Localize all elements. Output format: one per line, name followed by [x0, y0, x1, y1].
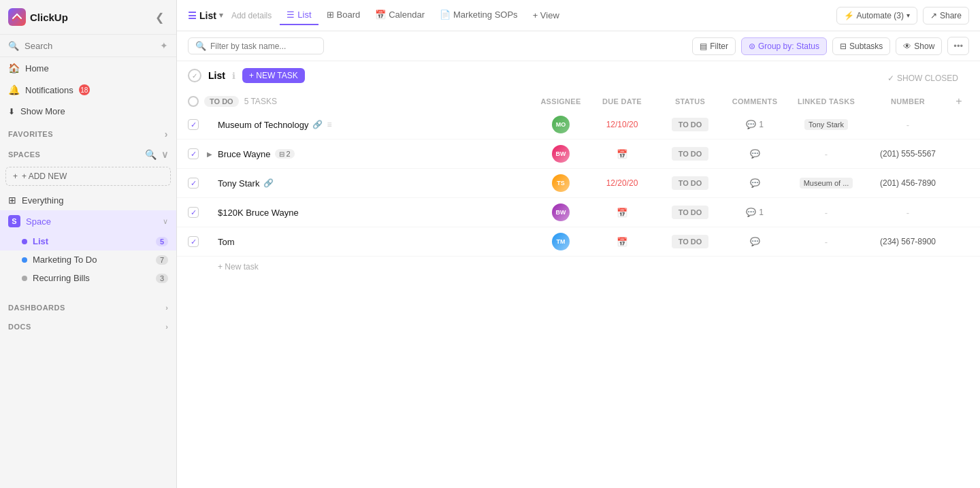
- avatar-2: BW: [552, 145, 570, 163]
- automate-button[interactable]: ⚡ Automate (3) ▾: [836, 7, 917, 25]
- sidebar-item-show-more[interactable]: ⬇ Show More: [0, 101, 176, 122]
- col-add[interactable]: +: [949, 95, 969, 108]
- notification-badge: 18: [79, 84, 90, 95]
- group-check-circle[interactable]: [188, 96, 199, 107]
- marketing-tab-icon: 📄: [440, 10, 451, 20]
- new-task-button[interactable]: + NEW TASK: [242, 68, 305, 83]
- comments-4: 💬 1: [724, 208, 785, 217]
- sidebar-item-space[interactable]: S Space ∨: [0, 210, 176, 232]
- comments-5: 💬: [724, 237, 785, 246]
- task-expand-2[interactable]: ▶: [204, 148, 215, 159]
- show-button[interactable]: 👁 Show: [896, 37, 942, 55]
- page-title: List: [199, 10, 216, 21]
- table-row[interactable]: ✓ $120K Bruce Wayne BW 📅 TO DO 💬 1: [177, 198, 980, 227]
- task-checkbox-1[interactable]: ✓: [188, 119, 199, 130]
- sidebar-item-marketing-todo[interactable]: Marketing To Do 7: [0, 250, 176, 269]
- task-checkbox-4[interactable]: ✓: [188, 207, 199, 218]
- new-task-inline[interactable]: + New task: [177, 257, 980, 277]
- task-expand-3[interactable]: [204, 178, 215, 189]
- status-4[interactable]: TO DO: [656, 206, 724, 219]
- nav-left: ☰ List ▾ Add details ☰ List ⊞ Board 📅 Ca…: [188, 5, 834, 25]
- filter-search-icon: 🔍: [195, 41, 206, 51]
- sidebar-item-everything[interactable]: ⊞ Everything: [0, 190, 176, 210]
- tab-calendar[interactable]: 📅 Calendar: [368, 5, 431, 25]
- group-by-button[interactable]: ⊜ Group by: Status: [741, 37, 827, 55]
- spaces-section-header: SPACES 🔍 ∨: [0, 142, 176, 163]
- status-3[interactable]: TO DO: [656, 176, 724, 190]
- collapse-sidebar-button[interactable]: ❮: [151, 10, 168, 25]
- list-info-icon: ℹ: [232, 71, 235, 81]
- filter-input-area[interactable]: 🔍: [188, 37, 324, 54]
- task-checkbox-3[interactable]: ✓: [188, 178, 199, 189]
- link-icon-3[interactable]: 🔗: [263, 178, 274, 188]
- comment-icon-5: 💬: [750, 237, 760, 246]
- sidebar-item-recurring-bills[interactable]: Recurring Bills 3: [0, 269, 176, 287]
- add-new-button[interactable]: + + ADD NEW: [5, 167, 171, 186]
- check-icon: ✓: [887, 74, 894, 83]
- task-checkbox-2[interactable]: ✓: [188, 148, 199, 159]
- task-name-4: $120K Bruce Wayne: [218, 208, 534, 218]
- tab-marketing-sops[interactable]: 📄 Marketing SOPs: [433, 5, 525, 25]
- menu-icon-1[interactable]: ≡: [327, 120, 331, 129]
- task-expand-1[interactable]: [204, 119, 215, 130]
- list-tab-icon: ☰: [287, 10, 295, 20]
- favorites-section-header: FAVORITES ›: [0, 122, 176, 142]
- sidebar-item-home[interactable]: 🏠 Home: [0, 57, 176, 79]
- filter-icon: ▤: [700, 42, 707, 51]
- search-input[interactable]: [24, 41, 154, 51]
- task-checkbox-5[interactable]: ✓: [188, 236, 199, 247]
- assignee-2: BW: [534, 145, 588, 163]
- share-button[interactable]: ↗ Share: [923, 7, 969, 25]
- status-2[interactable]: TO DO: [656, 147, 724, 161]
- linked-task-3: Museum of ...: [785, 178, 867, 189]
- filter-task-input[interactable]: [210, 42, 312, 51]
- recurring-bills-count: 3: [156, 274, 168, 283]
- task-expand-5[interactable]: [204, 236, 215, 247]
- docs-section[interactable]: DOCS ›: [0, 317, 176, 336]
- calendar-tab-icon: 📅: [375, 10, 386, 20]
- avatar-1: MO: [552, 116, 570, 133]
- due-date-2: 📅: [588, 149, 656, 159]
- subtasks-button[interactable]: ⊟ Subtasks: [832, 37, 890, 55]
- link-icon-1[interactable]: 🔗: [312, 120, 323, 129]
- marketing-todo-count: 7: [156, 255, 168, 265]
- toolbar: 🔍 ▤ Filter ⊜ Group by: Status ⊟ Subtasks…: [177, 31, 980, 61]
- number-3: (201) 456-7890: [867, 178, 949, 188]
- board-tab-icon: ⊞: [327, 10, 334, 20]
- status-1[interactable]: TO DO: [656, 118, 724, 131]
- chevron-down-icon: ∨: [163, 217, 168, 226]
- tab-list[interactable]: ☰ List: [280, 5, 318, 25]
- list-icon-nav: ☰: [188, 10, 197, 21]
- dashboards-chevron-icon: ›: [165, 304, 168, 312]
- task-expand-4[interactable]: [204, 207, 215, 218]
- filter-button[interactable]: ▤ Filter: [692, 37, 736, 55]
- share-icon: ↗: [930, 11, 937, 20]
- automate-icon: ⚡: [844, 11, 854, 20]
- table-row[interactable]: ✓ Museum of Technology 🔗 ≡ MO 12/10/20 T…: [177, 110, 980, 140]
- tab-board[interactable]: ⊞ Board: [320, 5, 368, 25]
- add-view-button[interactable]: + View: [526, 6, 566, 25]
- add-details-link[interactable]: Add details: [231, 11, 272, 20]
- table-row[interactable]: ✓ ▶ Bruce Wayne ⊟ 2 BW 📅 TO DO 💬: [177, 140, 980, 169]
- list-count: 5: [156, 237, 168, 246]
- table-row[interactable]: ✓ Tony Stark 🔗 TS 12/20/20 TO DO 💬: [177, 169, 980, 198]
- dashboards-section[interactable]: DASHBOARDS ›: [0, 298, 176, 317]
- search-spaces-icon[interactable]: 🔍: [145, 149, 157, 160]
- comments-1: 💬 1: [724, 120, 785, 129]
- list-dropdown-icon[interactable]: ▾: [219, 11, 223, 20]
- sidebar-item-notifications[interactable]: 🔔 Notifications 18: [0, 79, 176, 101]
- chevron-right-icon[interactable]: ›: [165, 129, 168, 140]
- linked-task-5: -: [785, 237, 867, 247]
- sidebar-search-area[interactable]: 🔍 ✦: [0, 35, 176, 57]
- status-5[interactable]: TO DO: [656, 235, 724, 248]
- show-closed-button[interactable]: ✓ SHOW CLOSED: [887, 68, 969, 83]
- list-circle-check[interactable]: ✓: [188, 69, 201, 82]
- subtask-icon: ⊟: [279, 150, 284, 158]
- comment-icon-3: 💬: [750, 178, 760, 188]
- due-date-5: 📅: [588, 237, 656, 247]
- col-header-status: STATUS: [656, 97, 724, 105]
- more-options-button[interactable]: •••: [947, 37, 969, 55]
- table-row[interactable]: ✓ Tom TM 📅 TO DO 💬 -: [177, 227, 980, 257]
- expand-spaces-icon[interactable]: ∨: [161, 149, 169, 160]
- sidebar-item-list[interactable]: List 5: [0, 232, 176, 250]
